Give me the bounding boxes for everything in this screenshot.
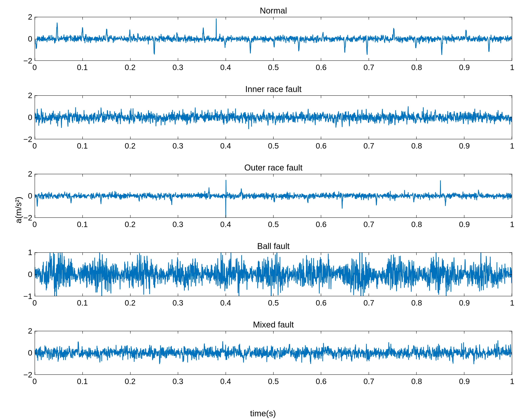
- xtick-label: 0.7: [364, 61, 374, 72]
- axes: [35, 174, 512, 218]
- xtick-label: 0.4: [220, 218, 231, 229]
- axes: [35, 95, 512, 139]
- xtick-label: 0.1: [77, 218, 88, 229]
- subplot-outer-race-fault: Outer race fault −20200.10.20.30.40.50.6…: [35, 174, 512, 218]
- xtick-label: 0.5: [268, 296, 279, 307]
- subplot-mixed-fault: Mixed fault −20200.10.20.30.40.50.60.70.…: [35, 331, 512, 375]
- xtick-label: 0.2: [125, 218, 136, 229]
- xtick-label: 0.9: [459, 296, 470, 307]
- subplot-title: Inner race fault: [35, 84, 512, 94]
- subplot-title: Normal: [35, 6, 512, 16]
- xtick-label: 0.6: [316, 139, 327, 150]
- xtick-label: 0.5: [268, 61, 279, 72]
- xtick-label: 0.2: [125, 296, 136, 307]
- xtick-label: 0.3: [172, 375, 183, 386]
- xtick-label: 0.3: [172, 296, 183, 307]
- xtick-label: 0: [32, 296, 37, 307]
- xtick-label: 0.1: [77, 61, 88, 72]
- axes: [35, 17, 512, 61]
- y-axis-label: a(m/s²): [13, 197, 23, 223]
- subplot-normal: Normal −20200.10.20.30.40.50.60.70.80.91: [35, 17, 512, 61]
- xtick-label: 0.5: [268, 375, 279, 386]
- xtick-label: 0.8: [411, 218, 422, 229]
- xtick-label: 0.7: [364, 218, 374, 229]
- xtick-label: 0.6: [316, 296, 327, 307]
- xtick-label: 0.9: [459, 218, 470, 229]
- subplot-title: Ball fault: [35, 241, 512, 251]
- xtick-label: 0.1: [77, 375, 88, 386]
- xtick-label: 0: [32, 375, 37, 386]
- xtick-label: 0.3: [172, 61, 183, 72]
- xtick-label: 0.5: [268, 218, 279, 229]
- xtick-label: 1: [510, 218, 514, 229]
- ytick-label: 1: [28, 248, 35, 257]
- xtick-label: 0.2: [125, 375, 136, 386]
- x-axis-label: time(s): [0, 409, 526, 418]
- xtick-label: 0.5: [268, 139, 279, 150]
- xtick-label: 0.7: [364, 139, 374, 150]
- ytick-label: 2: [28, 169, 35, 179]
- xtick-label: 1: [510, 296, 514, 307]
- ytick-label: 2: [28, 12, 35, 21]
- ytick-label: 2: [28, 326, 35, 335]
- xtick-label: 0.4: [220, 61, 231, 72]
- xtick-label: 0.2: [125, 139, 136, 150]
- xtick-label: 0.8: [411, 375, 422, 386]
- xtick-label: 0.9: [459, 139, 470, 150]
- xtick-label: 1: [510, 61, 514, 72]
- ytick-label: 0: [28, 270, 35, 279]
- subplot-ball-fault: Ball fault −10100.10.20.30.40.50.60.70.8…: [35, 252, 512, 296]
- xtick-label: 0.9: [459, 61, 470, 72]
- xtick-label: 0: [32, 139, 37, 150]
- xtick-label: 0.9: [459, 375, 470, 386]
- subplot-title: Outer race fault: [35, 163, 512, 172]
- figure: a(m/s²) time(s) Normal −20200.10.20.30.4…: [0, 0, 526, 420]
- ytick-label: 0: [28, 348, 35, 357]
- xtick-label: 0.7: [364, 375, 374, 386]
- xtick-label: 0.6: [316, 375, 327, 386]
- xtick-label: 0.8: [411, 139, 422, 150]
- xtick-label: 0.4: [220, 375, 231, 386]
- xtick-label: 0.2: [125, 61, 136, 72]
- xtick-label: 0.4: [220, 139, 231, 150]
- ytick-label: 0: [28, 113, 35, 122]
- xtick-label: 0.8: [411, 296, 422, 307]
- axes: [35, 252, 512, 296]
- xtick-label: 0.6: [316, 218, 327, 229]
- xtick-label: 1: [510, 375, 514, 386]
- ytick-label: 2: [28, 91, 35, 100]
- xtick-label: 0: [32, 61, 37, 72]
- xtick-label: 0.4: [220, 296, 231, 307]
- xtick-label: 1: [510, 139, 514, 150]
- xtick-label: 0.1: [77, 139, 88, 150]
- ytick-label: 0: [28, 34, 35, 43]
- xtick-label: 0.7: [364, 296, 374, 307]
- xtick-label: 0.6: [316, 61, 327, 72]
- axes: [35, 331, 512, 375]
- xtick-label: 0: [32, 218, 37, 229]
- xtick-label: 0.1: [77, 296, 88, 307]
- xtick-label: 0.3: [172, 218, 183, 229]
- xtick-label: 0.3: [172, 139, 183, 150]
- ytick-label: 0: [28, 191, 35, 200]
- subplot-inner-race-fault: Inner race fault −20200.10.20.30.40.50.6…: [35, 95, 512, 139]
- xtick-label: 0.8: [411, 61, 422, 72]
- subplot-title: Mixed fault: [35, 320, 512, 330]
